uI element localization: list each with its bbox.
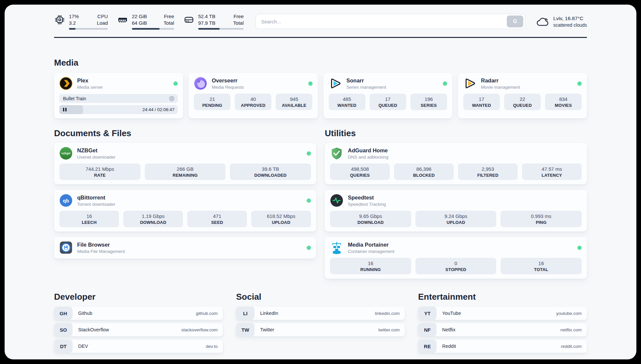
bookmark-badge: GH: [54, 307, 73, 320]
utilities-column: Utilities AdGuard Home DNS and adblockin…: [325, 128, 587, 279]
status-dot: [308, 81, 313, 86]
stat-box: 16RUNNING: [330, 258, 411, 274]
playback-progress: 24:44 / 02:06:47: [59, 105, 178, 114]
app-card-overseerr[interactable]: Overseerr Media Requests 21PENDING 40APP…: [189, 73, 318, 118]
app-card-filebrowser[interactable]: File Browser Media File Management: [54, 237, 316, 258]
stat-value: 16: [331, 260, 410, 266]
status-dot: [307, 246, 311, 250]
stat-box: 196SERIES: [411, 94, 447, 110]
disk-free-label: Free: [233, 13, 244, 20]
stat-label: REMAINING: [146, 173, 225, 178]
bookmark-badge: NF: [418, 323, 437, 336]
app-title: Plex: [77, 77, 103, 84]
bookmark-row-youtube[interactable]: YT YouTube youtube.com: [418, 307, 587, 320]
app-title: File Browser: [77, 242, 125, 248]
nzbget-icon: nzbget: [59, 147, 73, 160]
app-card-plex[interactable]: Plex Media server Bullet Train 24:44 / 0…: [54, 73, 183, 118]
stat-value: 945: [277, 96, 311, 102]
bookmark-row-linkedin[interactable]: LI LinkedIn linkedin.com: [236, 307, 405, 320]
bookmark-badge: LI: [236, 307, 255, 320]
bookmark-url: stackoverflow.com: [181, 327, 218, 332]
stat-label: WANTED: [465, 103, 499, 108]
app-card-radarr[interactable]: Radarr Movie management 17WANTED 22QUEUE…: [458, 73, 587, 118]
app-card-qbittorrent[interactable]: qb qBittorrent Torrent downloader 16LEEC…: [54, 190, 316, 231]
memory-widget: 22 GiB64 GiB FreeTotal: [117, 13, 174, 30]
stat-value: 17: [465, 96, 499, 102]
cloud-icon: [535, 15, 549, 28]
top-bar: 17%3.2 CPULoad 22 GiB64 GiB: [54, 5, 587, 30]
stat-label: DOWNLOAD: [331, 220, 410, 225]
search-provider-button[interactable]: G: [507, 15, 523, 27]
app-subtitle: Media File Management: [77, 249, 125, 254]
stat-box: 1.19 GbpsDOWNLOAD: [123, 211, 183, 227]
app-title: AdGuard Home: [348, 147, 388, 154]
cpu-load-value: 3.2: [69, 20, 79, 26]
stat-box: 16LEECH: [59, 211, 119, 227]
svg-text:qb: qb: [63, 198, 69, 203]
app-title: NZBGet: [77, 147, 115, 154]
ram-total-label: Total: [164, 20, 174, 26]
cpu-label: CPU: [97, 13, 108, 20]
section-title-entertainment: Entertainment: [418, 292, 587, 302]
bookmark-url: github.com: [196, 311, 218, 316]
bookmark-badge: RE: [418, 340, 437, 353]
app-card-adguard[interactable]: AdGuard Home DNS and adblocking 498,508Q…: [325, 143, 587, 184]
status-dot: [307, 198, 311, 203]
app-subtitle: Media Requests: [212, 85, 244, 90]
ram-free-label: Free: [164, 13, 174, 20]
stat-label: AVAILABLE: [277, 103, 311, 108]
stat-label: LEECH: [61, 220, 118, 225]
stat-value: 498,508: [331, 166, 388, 172]
qbittorrent-icon: qb: [59, 194, 73, 207]
stat-label: BLOCKED: [395, 173, 452, 178]
stat-label: RUNNING: [331, 267, 410, 272]
stat-box: 0.993 msPING: [501, 211, 582, 227]
bookmark-name: Netflix: [442, 327, 455, 332]
stat-value: 21: [195, 96, 229, 102]
sonarr-icon: [329, 77, 342, 90]
bookmark-row-twitter[interactable]: TW Twitter twitter.com: [236, 323, 405, 336]
filebrowser-icon: [59, 241, 73, 254]
stat-box: 834MOVIES: [545, 94, 582, 110]
status-dot: [173, 81, 178, 86]
stat-label: LATENCY: [523, 173, 580, 178]
bookmark-row-dev[interactable]: DT DEV dev.to: [54, 340, 223, 353]
app-card-nzbget[interactable]: nzbget NZBGet Usenet downloader 744.21 M…: [54, 143, 316, 184]
app-subtitle: Container management: [348, 249, 394, 254]
speedtest-icon: [330, 194, 343, 207]
hard-drive-icon: [183, 14, 195, 25]
stat-box: 0STOPPED: [415, 258, 497, 274]
app-subtitle: Series management: [347, 85, 386, 90]
bookmark-name: Twitter: [260, 327, 274, 332]
status-dot: [443, 81, 447, 86]
bookmark-row-github[interactable]: GH Github github.com: [54, 307, 223, 320]
app-title: Sonarr: [347, 77, 386, 84]
app-card-sonarr[interactable]: Sonarr Series management 485WANTED 17QUE…: [323, 73, 452, 118]
stat-box: 498,508QUERIES: [330, 164, 390, 180]
stat-box: 9.24 GbpsUPLOAD: [415, 211, 497, 227]
app-card-speedtest[interactable]: Speedtest Speedtest Tracking 9.65 GbpsDO…: [325, 190, 587, 231]
bookmark-row-netflix[interactable]: NF Netflix netflix.com: [418, 323, 587, 336]
search-bar: G: [256, 14, 525, 29]
stat-box: 86,396BLOCKED: [394, 164, 454, 180]
bookmark-group-social: Social LI LinkedIn linkedin.com TW Twitt…: [236, 292, 405, 356]
bookmark-badge: YT: [418, 307, 437, 320]
app-subtitle: Movie management: [481, 85, 520, 90]
bookmark-name: Github: [78, 311, 92, 316]
stat-value: 9.24 Gbps: [417, 213, 495, 219]
bookmark-url: reddit.com: [561, 344, 582, 349]
cast-icon: [169, 96, 175, 102]
app-card-portainer[interactable]: Media Portainer Container management 16R…: [325, 237, 587, 279]
app-title: Media Portainer: [348, 242, 394, 248]
portainer-icon: [330, 241, 343, 254]
stat-value: 17: [371, 96, 405, 102]
stat-label: QUEUED: [505, 103, 539, 108]
bookmark-row-reddit[interactable]: RE Reddit reddit.com: [418, 340, 587, 353]
search-input[interactable]: [261, 19, 507, 24]
overseerr-icon: [194, 77, 207, 90]
stat-value: 16: [61, 213, 118, 219]
cpu-widget: 17%3.2 CPULoad: [54, 13, 108, 30]
bookmark-row-stackoverflow[interactable]: SO StackOverflow stackoverflow.com: [54, 323, 223, 336]
stat-label: UPLOAD: [253, 220, 310, 225]
app-title: Overseerr: [212, 77, 244, 84]
